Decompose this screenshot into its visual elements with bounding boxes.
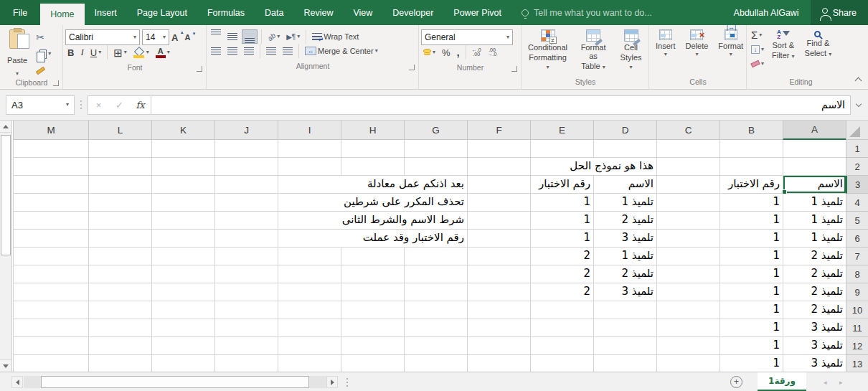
column-header-F[interactable]: F	[467, 121, 530, 140]
clipboard-dialog-launcher[interactable]	[53, 80, 59, 86]
cell-L11[interactable]	[88, 319, 151, 337]
cell-D9[interactable]: تلميذ 3	[593, 283, 656, 301]
cell-F5[interactable]	[467, 212, 530, 230]
cell-L2[interactable]	[88, 158, 151, 176]
row-header-6[interactable]: 6	[846, 230, 868, 248]
decrease-decimal-button[interactable]: .00→.0	[486, 45, 499, 60]
cell-A3[interactable]: الاسم	[783, 176, 846, 194]
cell-A12[interactable]: تلميذ 3	[783, 337, 846, 355]
cell-C6[interactable]	[656, 230, 720, 248]
cell-H8[interactable]	[341, 265, 404, 283]
sheet-nav-prev-icon[interactable]: ◂	[824, 379, 827, 386]
cell-H2[interactable]	[341, 158, 404, 176]
tell-me-box[interactable]: Tell me what you want to do...	[522, 0, 652, 25]
cell-B6[interactable]: 1	[720, 230, 783, 248]
cell-E5[interactable]: 1	[530, 212, 593, 230]
cell-B5[interactable]: 1	[720, 212, 783, 230]
row-header-8[interactable]: 8	[846, 265, 868, 283]
column-header-D[interactable]: D	[593, 121, 656, 140]
cell-F9[interactable]	[467, 283, 530, 301]
text-direction-button[interactable]: ▶¶▾	[284, 29, 302, 44]
cell-C5[interactable]	[656, 212, 720, 230]
tab-splitter-handle[interactable]	[346, 382, 348, 383]
cell-M5[interactable]	[13, 212, 88, 230]
cell-J2[interactable]	[214, 158, 278, 176]
cell-A10[interactable]: تلميذ 2	[783, 301, 846, 319]
cell-H13[interactable]	[341, 355, 404, 372]
cell-F13[interactable]	[467, 355, 530, 372]
ribbon-tab-data[interactable]: Data	[255, 0, 293, 25]
column-header-G[interactable]: G	[404, 121, 467, 140]
cell-F7[interactable]	[467, 248, 530, 265]
cell-H11[interactable]	[341, 319, 404, 337]
share-button[interactable]: Share	[811, 0, 868, 25]
align-top-button[interactable]	[209, 29, 223, 44]
scroll-right-button[interactable]	[326, 376, 338, 388]
name-box[interactable]: A3▾	[6, 95, 75, 115]
format-painter-button[interactable]	[34, 63, 53, 77]
row-header-2[interactable]: 2	[846, 158, 868, 176]
cell-K1[interactable]	[151, 140, 214, 158]
name-box-dropdown-arrow[interactable]: ▾	[66, 102, 69, 108]
cell-I11[interactable]	[278, 319, 341, 337]
cell-C8[interactable]	[656, 265, 720, 283]
cell-E1[interactable]	[530, 140, 593, 158]
formula-input[interactable]: الاسم	[151, 95, 851, 115]
ribbon-tab-formulas[interactable]: Formulas	[197, 0, 255, 25]
vertical-scrollbar[interactable]	[0, 121, 12, 372]
italic-button[interactable]: I	[78, 45, 85, 60]
cell-I7[interactable]	[278, 248, 341, 265]
cell-D13[interactable]	[593, 355, 656, 372]
cell-I12[interactable]	[278, 337, 341, 355]
cell-E4[interactable]: 1	[530, 194, 593, 212]
cell-K13[interactable]	[151, 355, 214, 372]
number-dialog-launcher[interactable]	[511, 66, 517, 72]
cell-G1[interactable]	[404, 140, 467, 158]
cell-E10[interactable]	[530, 301, 593, 319]
cell-K11[interactable]	[151, 319, 214, 337]
cell-K10[interactable]	[151, 301, 214, 319]
cell-G7[interactable]	[404, 248, 467, 265]
delete-cells-button[interactable]: × Delete▾	[681, 27, 713, 77]
cell-A7[interactable]: تلميذ 2	[783, 248, 846, 265]
sheet-nav-next-icon[interactable]: ▸	[839, 379, 843, 386]
cell-L13[interactable]	[88, 355, 151, 372]
cell-C10[interactable]	[656, 301, 720, 319]
formula-bar-splitter[interactable]	[80, 104, 82, 105]
cell-B9[interactable]: 1	[720, 283, 783, 301]
decrease-font-button[interactable]: A	[184, 33, 194, 42]
cell-J13[interactable]	[214, 355, 278, 372]
cell-G5[interactable]: شرط الاسم والشرط الثانى	[278, 212, 467, 230]
cell-F10[interactable]	[467, 301, 530, 319]
cell-I9[interactable]	[278, 283, 341, 301]
column-header-K[interactable]: K	[151, 121, 214, 140]
row-header-4[interactable]: 4	[846, 194, 868, 212]
cell-F3[interactable]	[467, 176, 530, 194]
user-name[interactable]: Abdullah AlGawi	[734, 0, 799, 25]
cell-B10[interactable]: 1	[720, 301, 783, 319]
cell-A4[interactable]: تلميذ 1	[783, 194, 846, 212]
align-bottom-button[interactable]	[242, 29, 258, 44]
cell-M1[interactable]	[13, 140, 88, 158]
fill-color-button[interactable]: ▾	[131, 45, 151, 60]
cell-M12[interactable]	[13, 337, 88, 355]
row-header-5[interactable]: 5	[846, 212, 868, 230]
cell-J7[interactable]	[214, 248, 278, 265]
number-format-select[interactable]: General▾	[421, 29, 513, 45]
fill-button[interactable]: ↓▾	[749, 43, 766, 55]
cell-M8[interactable]	[13, 265, 88, 283]
cell-E11[interactable]	[530, 319, 593, 337]
cell-K7[interactable]	[151, 248, 214, 265]
cell-G13[interactable]	[404, 355, 467, 372]
cell-F1[interactable]	[467, 140, 530, 158]
font-dialog-launcher[interactable]	[197, 66, 202, 72]
cell-C9[interactable]	[656, 283, 720, 301]
ribbon-tab-page-layout[interactable]: Page Layout	[127, 0, 197, 25]
cell-D12[interactable]	[593, 337, 656, 355]
row-header-9[interactable]: 9	[846, 283, 868, 301]
cell-E13[interactable]	[530, 355, 593, 372]
orientation-button[interactable]: ab▾	[265, 29, 282, 44]
cell-B8[interactable]: 1	[720, 265, 783, 283]
column-header-B[interactable]: B	[720, 121, 783, 140]
cell-E3[interactable]: رقم الاختبار	[530, 176, 593, 194]
